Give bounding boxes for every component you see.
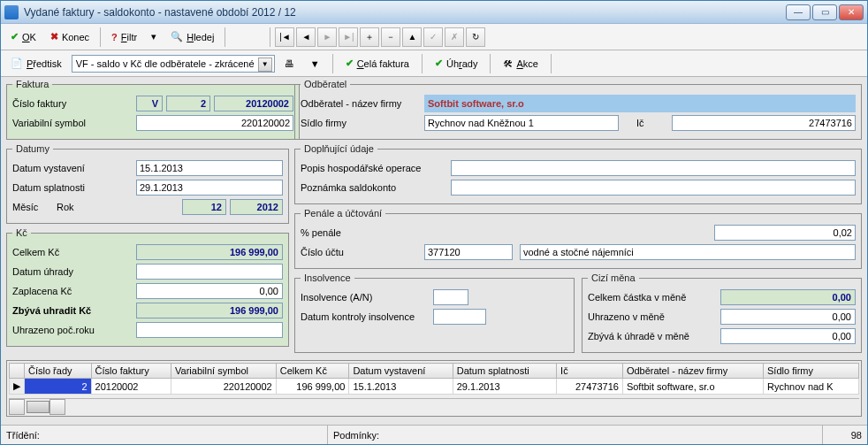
datum-uhrady-input[interactable] [136, 264, 283, 280]
cell-nazev[interactable]: Softbit software, sr.o [622, 379, 763, 395]
popis-input[interactable] [451, 160, 856, 176]
titlebar: Vydané faktury - saldokonto - nastavené … [1, 1, 867, 24]
faktura-cislo[interactable]: 20120002 [214, 96, 293, 111]
nav-next-button[interactable]: ► [317, 27, 337, 47]
check-icon: ✔ [11, 31, 19, 42]
predtisk-combo[interactable]: VF - saldo v Kč dle odběratele - zkrácen… [72, 55, 275, 73]
faktura-rada[interactable]: 2 [166, 96, 210, 111]
mena-group: Cizí měna Celkem částka v měně 0,00 Uhra… [582, 272, 862, 353]
mena-zbyva-value: 0,00 [720, 328, 856, 344]
cell-splat[interactable]: 29.1.2013 [453, 379, 556, 395]
grid-panel: Číslo řady Číslo faktury Variabilní symb… [6, 360, 862, 417]
status-trideni: Třídění: [1, 426, 328, 444]
col-sidlo[interactable]: Sídlo firmy [764, 364, 859, 379]
filtr-icon-button[interactable]: ▾ [145, 27, 163, 48]
col-splat[interactable]: Datum splatnosti [453, 364, 556, 379]
funnel-icon: ▾ [151, 31, 156, 42]
insolvence-datum-label: Datum kontroly insolvence [301, 311, 433, 322]
ic-input[interactable] [672, 115, 856, 131]
celkem-kc-label: Celkem Kč [12, 247, 136, 257]
maximize-button[interactable]: ▭ [812, 4, 837, 20]
nav-edit-button[interactable]: ▲ [402, 27, 422, 47]
hledej-button[interactable]: 🔍Hledej [164, 27, 220, 48]
print-dropdown[interactable]: ▼ [304, 53, 326, 74]
faktura-typ[interactable]: V [136, 96, 163, 111]
rok-value[interactable]: 2012 [230, 199, 283, 215]
search-icon: 🔍 [171, 31, 183, 42]
cell-sidlo[interactable]: Rychnov nad K [764, 379, 859, 395]
penale-group: Penále a účtování % penále Číslo účtu [294, 208, 862, 269]
nav-add-button[interactable]: ＋ [360, 27, 379, 47]
insolvence-datum-input[interactable] [433, 309, 486, 325]
insolvence-an-input[interactable] [433, 289, 468, 305]
close-button[interactable]: ✕ [839, 4, 864, 20]
horizontal-scrollbar[interactable] [9, 398, 859, 414]
nav-del-button[interactable]: － [381, 27, 400, 47]
app-window: Vydané faktury - saldokonto - nastavené … [0, 0, 868, 445]
cell-ic[interactable]: 27473716 [557, 379, 623, 395]
uhrady-button[interactable]: ✔Úhrady [429, 53, 483, 74]
filtr-button[interactable]: ?Filtr [105, 27, 143, 48]
datum-splat-label: Datum splatnosti [12, 182, 136, 193]
cell-vs[interactable]: 220120002 [171, 379, 277, 395]
nav-refresh-button[interactable]: ↻ [466, 27, 485, 47]
col-ic[interactable]: Ič [557, 364, 623, 379]
nav-post-button[interactable]: ✓ [423, 27, 443, 47]
pozn-input[interactable] [451, 180, 856, 196]
ok-button[interactable]: ✔OOKK [4, 27, 42, 48]
kc-group: Kč Celkem Kč 196 999,00 Datum úhrady Zap… [6, 227, 289, 347]
celkem-kc-value: 196 999,00 [136, 244, 283, 260]
datumy-legend: Datumy [12, 143, 53, 154]
cell-cislo[interactable]: 20120002 [91, 379, 171, 395]
col-rada[interactable]: Číslo řady [25, 364, 92, 379]
cell-vyst[interactable]: 15.1.2013 [349, 379, 453, 395]
popis-label: Popis hospodářské operace [301, 163, 451, 173]
cela-faktura-button[interactable]: ✔Celá faktura [339, 53, 415, 74]
datumy-group: Datumy Datum vystavení Datum splatnosti … [6, 143, 289, 224]
main-toolbar: ✔OOKK ✖Konec ?Filtr ▾ 🔍Hledej |◄ ◄ ► ►| … [1, 24, 867, 50]
mesic-value[interactable]: 12 [182, 199, 226, 215]
print-button[interactable]: 🖶 [278, 53, 301, 74]
nav-prev-button[interactable]: ◄ [296, 27, 316, 47]
insolvence-legend: Insolvence [301, 272, 354, 283]
check-icon: ✔ [435, 58, 443, 69]
app-icon [4, 5, 19, 19]
cell-celkem[interactable]: 196 999,00 [276, 379, 349, 395]
minimize-button[interactable]: — [786, 4, 811, 20]
datum-vyst-input[interactable] [136, 160, 283, 176]
ucet-input[interactable] [424, 244, 513, 260]
cell-rada[interactable]: 2 [25, 379, 92, 395]
nav-last-button[interactable]: ►| [339, 27, 358, 47]
col-celkem[interactable]: Celkem Kč [276, 364, 349, 379]
dopln-group: Doplňující údaje Popis hospodářské opera… [294, 143, 862, 204]
nav-cancel-button[interactable]: ✗ [445, 27, 464, 47]
vs-label: Variabilní symbol [12, 118, 136, 128]
zaplacena-label: Zaplacena Kč [12, 286, 136, 296]
ucet-popis-input[interactable] [520, 244, 856, 260]
odb-nazev-value[interactable]: Softbit software, sr.o [424, 95, 856, 112]
col-nazev[interactable]: Odběratel - název firmy [622, 364, 763, 379]
data-grid[interactable]: Číslo řady Číslo faktury Variabilní symb… [9, 363, 859, 395]
konec-button[interactable]: ✖Konec [44, 27, 95, 48]
col-vs[interactable]: Variabilní symbol [171, 364, 277, 379]
odberatel-group: Odběratel Odběratel - název firmy Softbi… [294, 79, 862, 140]
x-icon: ✖ [50, 31, 58, 42]
scrollbar-thumb[interactable] [27, 401, 49, 413]
grid-header-row: Číslo řady Číslo faktury Variabilní symb… [10, 364, 859, 379]
uhrpoc-input[interactable] [136, 322, 283, 338]
datum-splat-input[interactable] [136, 180, 283, 196]
table-row[interactable]: ▶ 2 20120002 220120002 196 999,00 15.1.2… [10, 379, 859, 395]
akce-button[interactable]: 🛠Akce [497, 53, 544, 74]
vs-input[interactable] [136, 115, 293, 131]
pct-penale-input[interactable] [714, 225, 856, 241]
col-cislo[interactable]: Číslo faktury [91, 364, 171, 379]
secondary-toolbar: 📄Předtisk VF - saldo v Kč dle odběratele… [1, 50, 867, 77]
col-vyst[interactable]: Datum vystavení [349, 364, 453, 379]
dopln-legend: Doplňující údaje [301, 143, 377, 154]
sidlo-input[interactable] [424, 115, 619, 131]
nav-first-button[interactable]: |◄ [275, 27, 294, 47]
zaplacena-value: 0,00 [136, 283, 283, 299]
mena-legend: Cizí měna [588, 272, 639, 283]
zbyva-label: Zbývá uhradit Kč [12, 305, 136, 316]
predtisk-button[interactable]: 📄Předtisk [4, 53, 68, 74]
